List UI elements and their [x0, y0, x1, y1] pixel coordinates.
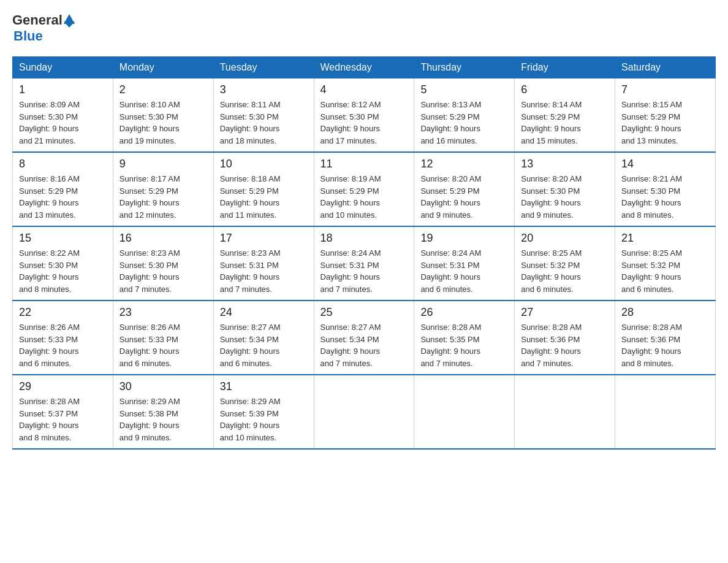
day-info: Sunrise: 8:28 AMSunset: 5:37 PMDaylight:… [19, 396, 107, 443]
calendar-cell: 1 Sunrise: 8:09 AMSunset: 5:30 PMDayligh… [13, 79, 113, 153]
calendar-cell: 17 Sunrise: 8:23 AMSunset: 5:31 PMDaylig… [213, 226, 314, 301]
day-number: 6 [521, 83, 609, 96]
day-number: 10 [220, 158, 308, 170]
calendar-cell: 14 Sunrise: 8:21 AMSunset: 5:30 PMDaylig… [615, 152, 716, 226]
day-number: 22 [19, 306, 107, 319]
calendar-cell: 4 Sunrise: 8:12 AMSunset: 5:30 PMDayligh… [314, 79, 414, 153]
weekday-header-saturday: Saturday [615, 57, 716, 79]
weekday-header-tuesday: Tuesday [213, 57, 314, 79]
calendar-cell: 20 Sunrise: 8:25 AMSunset: 5:32 PMDaylig… [515, 226, 615, 301]
day-info: Sunrise: 8:24 AMSunset: 5:31 PMDaylight:… [320, 247, 408, 295]
day-number: 14 [621, 158, 709, 170]
day-info: Sunrise: 8:29 AMSunset: 5:38 PMDaylight:… [119, 396, 207, 443]
day-number: 5 [420, 83, 508, 96]
day-number: 11 [320, 158, 408, 170]
weekday-header-monday: Monday [113, 57, 213, 79]
calendar-cell: 11 Sunrise: 8:19 AMSunset: 5:29 PMDaylig… [314, 152, 414, 226]
day-number: 7 [621, 83, 709, 96]
day-info: Sunrise: 8:15 AMSunset: 5:29 PMDaylight:… [621, 99, 709, 147]
calendar-cell: 27 Sunrise: 8:28 AMSunset: 5:36 PMDaylig… [515, 301, 615, 375]
calendar-cell [414, 375, 515, 449]
calendar-cell: 7 Sunrise: 8:15 AMSunset: 5:29 PMDayligh… [615, 79, 716, 153]
day-number: 13 [521, 158, 609, 170]
day-info: Sunrise: 8:27 AMSunset: 5:34 PMDaylight:… [220, 321, 308, 369]
calendar-cell: 21 Sunrise: 8:25 AMSunset: 5:32 PMDaylig… [615, 226, 716, 301]
calendar-cell: 8 Sunrise: 8:16 AMSunset: 5:29 PMDayligh… [13, 152, 113, 226]
day-number: 9 [119, 158, 207, 170]
day-info: Sunrise: 8:10 AMSunset: 5:30 PMDaylight:… [119, 99, 207, 147]
calendar-cell: 23 Sunrise: 8:26 AMSunset: 5:33 PMDaylig… [113, 301, 213, 375]
day-info: Sunrise: 8:13 AMSunset: 5:29 PMDaylight:… [420, 99, 508, 147]
calendar-cell: 5 Sunrise: 8:13 AMSunset: 5:29 PMDayligh… [414, 79, 515, 153]
weekday-header-wednesday: Wednesday [314, 57, 414, 79]
day-info: Sunrise: 8:23 AMSunset: 5:31 PMDaylight:… [220, 247, 308, 295]
logo: General Blue [12, 12, 75, 44]
calendar-cell: 6 Sunrise: 8:14 AMSunset: 5:29 PMDayligh… [515, 79, 615, 153]
day-info: Sunrise: 8:24 AMSunset: 5:31 PMDaylight:… [420, 247, 508, 295]
calendar-cell: 16 Sunrise: 8:23 AMSunset: 5:30 PMDaylig… [113, 226, 213, 301]
day-number: 27 [521, 306, 609, 319]
week-row-1: 1 Sunrise: 8:09 AMSunset: 5:30 PMDayligh… [13, 79, 716, 153]
day-info: Sunrise: 8:26 AMSunset: 5:33 PMDaylight:… [119, 321, 207, 369]
calendar-body: 1 Sunrise: 8:09 AMSunset: 5:30 PMDayligh… [13, 79, 716, 450]
calendar-cell [515, 375, 615, 449]
calendar-cell: 22 Sunrise: 8:26 AMSunset: 5:33 PMDaylig… [13, 301, 113, 375]
day-info: Sunrise: 8:28 AMSunset: 5:36 PMDaylight:… [621, 321, 709, 369]
calendar-cell: 10 Sunrise: 8:18 AMSunset: 5:29 PMDaylig… [213, 152, 314, 226]
calendar-cell: 29 Sunrise: 8:28 AMSunset: 5:37 PMDaylig… [13, 375, 113, 449]
weekday-header-row: SundayMondayTuesdayWednesdayThursdayFrid… [13, 57, 716, 79]
day-number: 21 [621, 232, 709, 245]
day-info: Sunrise: 8:17 AMSunset: 5:29 PMDaylight:… [119, 173, 207, 221]
day-info: Sunrise: 8:25 AMSunset: 5:32 PMDaylight:… [621, 247, 709, 295]
logo-blue: Blue [13, 28, 43, 44]
calendar-table: SundayMondayTuesdayWednesdayThursdayFrid… [12, 56, 716, 450]
weekday-header-thursday: Thursday [414, 57, 515, 79]
day-number: 20 [521, 232, 609, 245]
week-row-5: 29 Sunrise: 8:28 AMSunset: 5:37 PMDaylig… [13, 375, 716, 449]
week-row-2: 8 Sunrise: 8:16 AMSunset: 5:29 PMDayligh… [13, 152, 716, 226]
day-info: Sunrise: 8:09 AMSunset: 5:30 PMDaylight:… [19, 99, 107, 147]
day-info: Sunrise: 8:16 AMSunset: 5:29 PMDaylight:… [19, 173, 107, 221]
calendar-cell: 12 Sunrise: 8:20 AMSunset: 5:29 PMDaylig… [414, 152, 515, 226]
day-info: Sunrise: 8:20 AMSunset: 5:30 PMDaylight:… [521, 173, 609, 221]
day-number: 8 [19, 158, 107, 170]
day-number: 28 [621, 306, 709, 319]
day-info: Sunrise: 8:25 AMSunset: 5:32 PMDaylight:… [521, 247, 609, 295]
day-info: Sunrise: 8:11 AMSunset: 5:30 PMDaylight:… [220, 99, 308, 147]
calendar-cell: 13 Sunrise: 8:20 AMSunset: 5:30 PMDaylig… [515, 152, 615, 226]
weekday-header-friday: Friday [515, 57, 615, 79]
day-info: Sunrise: 8:28 AMSunset: 5:36 PMDaylight:… [521, 321, 609, 369]
day-info: Sunrise: 8:29 AMSunset: 5:39 PMDaylight:… [220, 396, 308, 443]
day-number: 30 [119, 380, 207, 393]
calendar-cell: 15 Sunrise: 8:22 AMSunset: 5:30 PMDaylig… [13, 226, 113, 301]
day-info: Sunrise: 8:14 AMSunset: 5:29 PMDaylight:… [521, 99, 609, 147]
day-info: Sunrise: 8:27 AMSunset: 5:34 PMDaylight:… [320, 321, 408, 369]
calendar-cell: 3 Sunrise: 8:11 AMSunset: 5:30 PMDayligh… [213, 79, 314, 153]
calendar-cell: 30 Sunrise: 8:29 AMSunset: 5:38 PMDaylig… [113, 375, 213, 449]
week-row-3: 15 Sunrise: 8:22 AMSunset: 5:30 PMDaylig… [13, 226, 716, 301]
calendar-cell [615, 375, 716, 449]
day-info: Sunrise: 8:19 AMSunset: 5:29 PMDaylight:… [320, 173, 408, 221]
day-number: 16 [119, 232, 207, 245]
day-info: Sunrise: 8:28 AMSunset: 5:35 PMDaylight:… [420, 321, 508, 369]
day-number: 23 [119, 306, 207, 319]
day-number: 31 [220, 380, 308, 393]
logo-general: General [12, 12, 63, 28]
day-info: Sunrise: 8:20 AMSunset: 5:29 PMDaylight:… [420, 173, 508, 221]
day-info: Sunrise: 8:26 AMSunset: 5:33 PMDaylight:… [19, 321, 107, 369]
day-info: Sunrise: 8:22 AMSunset: 5:30 PMDaylight:… [19, 247, 107, 295]
day-number: 3 [220, 83, 308, 96]
day-number: 4 [320, 83, 408, 96]
calendar-cell [314, 375, 414, 449]
calendar-cell: 18 Sunrise: 8:24 AMSunset: 5:31 PMDaylig… [314, 226, 414, 301]
day-number: 15 [19, 232, 107, 245]
calendar-cell: 2 Sunrise: 8:10 AMSunset: 5:30 PMDayligh… [113, 79, 213, 153]
day-number: 12 [420, 158, 508, 170]
calendar-cell: 28 Sunrise: 8:28 AMSunset: 5:36 PMDaylig… [615, 301, 716, 375]
day-info: Sunrise: 8:23 AMSunset: 5:30 PMDaylight:… [119, 247, 207, 295]
calendar-cell: 24 Sunrise: 8:27 AMSunset: 5:34 PMDaylig… [213, 301, 314, 375]
calendar-cell: 19 Sunrise: 8:24 AMSunset: 5:31 PMDaylig… [414, 226, 515, 301]
week-row-4: 22 Sunrise: 8:26 AMSunset: 5:33 PMDaylig… [13, 301, 716, 375]
calendar-cell: 26 Sunrise: 8:28 AMSunset: 5:35 PMDaylig… [414, 301, 515, 375]
day-number: 19 [420, 232, 508, 245]
